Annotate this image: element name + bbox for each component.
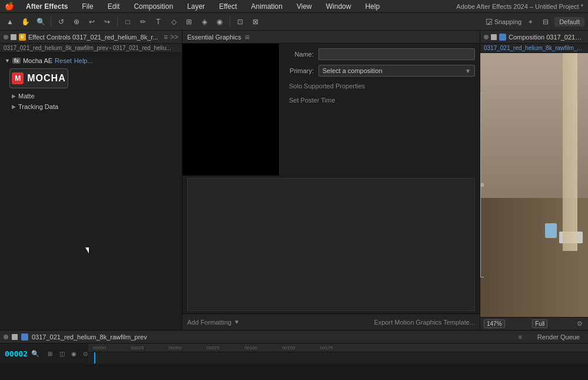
reset-btn[interactable]: Reset bbox=[55, 57, 72, 64]
set-poster-time-btn[interactable]: Set Poster Time bbox=[284, 95, 475, 105]
menu-file[interactable]: File bbox=[79, 1, 95, 12]
breadcrumb-sep: • bbox=[109, 45, 112, 51]
tracking-overlay: ·· · · · ·· ·· · ···· · · · ·· · ·· · ··… bbox=[480, 53, 588, 317]
set-poster-time-label: Set Poster Time bbox=[289, 97, 335, 104]
ruler-mark-3: 00075 bbox=[207, 345, 220, 351]
tl-graph-btn[interactable]: ⊞ bbox=[45, 349, 55, 358]
menu-window[interactable]: Window bbox=[324, 1, 354, 12]
puppet-tool-btn[interactable]: ⊡ bbox=[234, 15, 247, 28]
add-formatting-btn[interactable]: Add Formatting ▼ bbox=[187, 319, 240, 326]
apple-logo-icon[interactable]: 🍎 bbox=[5, 2, 14, 11]
eg-name-input[interactable] bbox=[318, 48, 475, 60]
camera-tool-btn[interactable]: ⊕ bbox=[70, 15, 83, 28]
brush-tool-btn[interactable]: ◇ bbox=[167, 15, 180, 28]
main-layout: E Effect Controls 0317_021_red_helium_8k… bbox=[0, 31, 588, 330]
breadcrumb-part1[interactable]: 0317_021_red_helium_8k_rawfilm_prev bbox=[4, 45, 108, 51]
comp-left-point[interactable] bbox=[480, 183, 484, 187]
selection-tool-btn[interactable]: ▲ bbox=[4, 15, 16, 28]
timeline-ruler[interactable]: 00000 00025 00050 00075 00100 00150 0017… bbox=[88, 343, 588, 352]
composition-header: Composition 0317_021_re... bbox=[480, 31, 588, 44]
panel-close-btn[interactable] bbox=[4, 35, 8, 39]
comp-lock-icon bbox=[491, 34, 497, 40]
mask-tool-btn[interactable]: □ bbox=[121, 15, 134, 28]
timecode-display[interactable]: 00002 bbox=[5, 349, 28, 358]
ruler-mark-4: 00100 bbox=[244, 345, 257, 351]
clone-tool-btn[interactable]: ⊞ bbox=[182, 15, 195, 28]
ruler-mark-5: 00150 bbox=[282, 345, 295, 351]
motion-tool-btn[interactable]: ⊠ bbox=[249, 15, 262, 28]
comp-close-btn[interactable] bbox=[484, 35, 489, 39]
panel-expand-btn[interactable]: >> bbox=[170, 33, 178, 41]
launch-mocha-btn[interactable]: M MOCHA bbox=[9, 68, 68, 88]
timeline-title: 0317_021_red_helium_8k_rawfilm_prev bbox=[32, 333, 514, 341]
fx-badge: fx bbox=[12, 58, 21, 64]
breadcrumb: 0317_021_red_helium_8k_rawfilm_prev • 03… bbox=[0, 44, 182, 53]
toolbar-right: Default bbox=[554, 17, 584, 27]
timeline-tools: ⊞ ◫ ◉ ⊙ bbox=[45, 349, 90, 358]
eraser-tool-btn[interactable]: ◈ bbox=[198, 15, 211, 28]
menu-effect[interactable]: Effect bbox=[217, 1, 239, 12]
timeline-tracks bbox=[88, 352, 588, 364]
timeline-comp-icon bbox=[21, 333, 28, 341]
menu-aftereffects[interactable]: After Effects bbox=[24, 1, 70, 12]
undo-btn[interactable]: ↩ bbox=[85, 15, 98, 28]
effect-controls-content: ▼ fx Mocha AE Reset Help... M MOCHA ▶ Ma… bbox=[0, 53, 182, 330]
solo-properties-label: Solo Supported Properties bbox=[289, 82, 365, 90]
render-queue-btn[interactable]: Render Queue bbox=[533, 332, 584, 342]
menu-view[interactable]: View bbox=[294, 1, 314, 12]
pen-tool-btn[interactable]: ✏ bbox=[137, 15, 150, 28]
timeline-search-btn[interactable]: 🔍 bbox=[31, 349, 39, 358]
export-motion-graphics-btn[interactable]: Export Motion Graphics Template... bbox=[374, 319, 475, 326]
eg-name-label: Name: bbox=[284, 51, 314, 58]
ruler-mark-0: 00000 bbox=[93, 345, 106, 351]
zoom-tool-btn[interactable]: 🔍 bbox=[34, 15, 47, 28]
quality-select[interactable]: Full bbox=[532, 319, 547, 328]
composition-panel: Composition 0317_021_re... 0317_021_red_… bbox=[480, 31, 588, 330]
tracking-data-row[interactable]: ▶ Tracking Data bbox=[0, 101, 182, 112]
menu-layer[interactable]: Layer bbox=[185, 1, 207, 12]
composition-viewer[interactable]: ·· · · · ·· ·· · ···· · · · ·· · ·· · ··… bbox=[480, 53, 588, 317]
eg-properties-panel: Name: Primary: Select a composition ▼ So… bbox=[280, 44, 480, 176]
hand-tool-btn[interactable]: ✋ bbox=[19, 15, 32, 28]
solo-properties-btn[interactable]: Solo Supported Properties bbox=[284, 81, 475, 91]
effect-controls-menu-btn[interactable]: ≡ bbox=[164, 33, 168, 41]
snap-options-btn[interactable]: ⌖ bbox=[524, 15, 537, 28]
comp-settings-btn[interactable]: ⚙ bbox=[575, 319, 584, 329]
menu-composition[interactable]: Composition bbox=[131, 1, 175, 12]
snapping-checkbox[interactable]: ✓ bbox=[486, 19, 492, 25]
help-btn[interactable]: Help... bbox=[74, 57, 93, 64]
timeline-right: 00000 00025 00050 00075 00100 00150 0017… bbox=[88, 343, 588, 364]
breadcrumb-part2[interactable]: 0317_021_red_heliu... bbox=[112, 45, 171, 51]
workspace-badge[interactable]: Default bbox=[554, 17, 584, 27]
timeline-playhead[interactable] bbox=[94, 352, 95, 364]
zoom-select[interactable]: 147% bbox=[484, 319, 505, 328]
tl-solo-btn[interactable]: ◉ bbox=[69, 349, 78, 358]
roto-tool-btn[interactable]: ◉ bbox=[213, 15, 226, 28]
rotate-tool-btn[interactable]: ↺ bbox=[55, 15, 68, 28]
export-label: Export Motion Graphics Template... bbox=[374, 319, 475, 326]
redo-btn[interactable]: ↪ bbox=[101, 15, 114, 28]
essential-graphics-menu-btn[interactable]: ≡ bbox=[245, 32, 250, 42]
eg-composition-select[interactable]: Select a composition ▼ bbox=[318, 65, 475, 77]
essential-graphics-content: Name: Primary: Select a composition ▼ So… bbox=[182, 44, 480, 176]
effect-name: Mocha AE bbox=[23, 57, 52, 64]
mocha-icon: M bbox=[12, 72, 24, 84]
eg-empty-drop-area bbox=[187, 178, 475, 311]
view-options-btn[interactable]: ⊟ bbox=[539, 15, 552, 28]
expand-arrow-icon[interactable]: ▼ bbox=[5, 58, 10, 64]
comp-breadcrumb-text[interactable]: 0317_021_red_helium_8k_rawfilm_... bbox=[484, 45, 582, 51]
comp-panel-icon bbox=[499, 34, 506, 41]
effect-controls-title: Effect Controls 0317_021_red_helium_8k_r… bbox=[28, 34, 161, 41]
snapping-area: ✓ Snapping bbox=[486, 18, 522, 25]
eg-primary-label: Primary: bbox=[284, 67, 314, 74]
text-tool-btn[interactable]: T bbox=[152, 15, 165, 28]
menu-edit[interactable]: Edit bbox=[105, 1, 122, 12]
tl-motion-blur-btn[interactable]: ◫ bbox=[57, 349, 67, 358]
timeline-close-btn[interactable] bbox=[4, 335, 8, 339]
timeline-left: 00002 🔍 ⊞ ◫ ◉ ⊙ bbox=[0, 343, 88, 364]
tracking-data-label: Tracking Data bbox=[18, 103, 58, 110]
menu-help[interactable]: Help bbox=[363, 1, 382, 12]
menu-animation[interactable]: Animation bbox=[249, 1, 285, 12]
timeline-menu-btn[interactable]: ≡ bbox=[518, 333, 521, 341]
matte-property-row[interactable]: ▶ Matte bbox=[0, 91, 182, 101]
